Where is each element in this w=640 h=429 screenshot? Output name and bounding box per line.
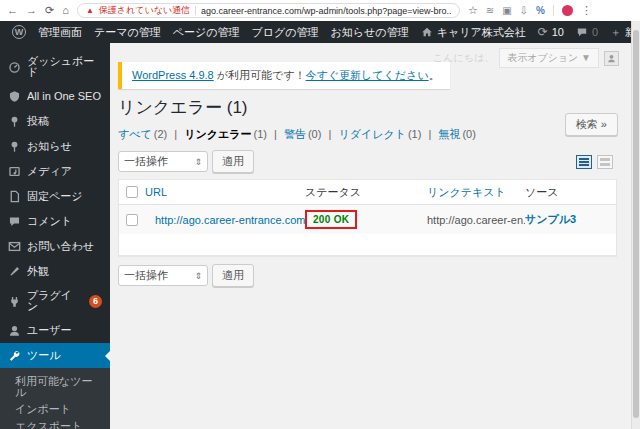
updates-icon: ⟳ [538, 26, 548, 38]
user-icon [8, 324, 21, 337]
screen-options-button[interactable]: 表示オプション ▼ [499, 48, 599, 68]
column-header-link-text[interactable]: リンクテキスト [427, 185, 525, 200]
security-warning-text: 保護されていない通信 [99, 4, 190, 17]
admin-bar-site-link[interactable]: キャリア株式会社 [415, 25, 532, 40]
pushpin-icon [8, 115, 21, 128]
toolbar-divider [553, 5, 554, 16]
excerpt-view-icon[interactable] [597, 155, 613, 169]
table-empty-space [119, 234, 616, 255]
scrollbar-thumb[interactable] [633, 30, 639, 418]
bulk-action-select-bottom[interactable]: 一括操作 ⇕ [118, 265, 208, 286]
comments-icon [576, 26, 588, 38]
admin-bar-item-dashboard[interactable]: 管理画面 [32, 25, 88, 40]
plus-icon: ＋ [610, 25, 621, 40]
admin-bar-item-themes[interactable]: テーマの管理 [88, 25, 167, 40]
sidebar-item-pages[interactable]: 固定ページ [0, 184, 110, 209]
sidebar-item-posts[interactable]: 投稿 [0, 109, 110, 134]
sidebar-item-contact[interactable]: お問い合わせ [0, 234, 110, 259]
browser-home-icon[interactable]: ⌂ [62, 5, 69, 16]
sidebar-label: 投稿 [27, 116, 49, 127]
submenu-item-available-tools[interactable]: 利用可能なツール [0, 373, 110, 401]
extension-badge-icon[interactable] [562, 5, 573, 16]
active-menu-arrow [100, 351, 110, 361]
download-extension-icon[interactable]: ⇩ [520, 6, 528, 16]
sidebar-item-media[interactable]: メディア [0, 159, 110, 184]
wordpress-logo-icon[interactable]: W [6, 25, 32, 39]
extension-1-icon[interactable]: ≋ [486, 6, 494, 16]
browser-menu-icon[interactable]: ⋮ [581, 5, 592, 16]
filter-link-errors[interactable]: リンクエラー(1) [184, 128, 267, 140]
column-header-url[interactable]: URL [145, 186, 305, 198]
table-header-row: URL ステータス リンクテキスト ソース [119, 180, 616, 205]
link-extension-icon[interactable]: % [536, 6, 545, 16]
home-icon [421, 26, 433, 38]
sidebar-label: All in One SEO [27, 91, 101, 102]
sidebar-item-appearance[interactable]: 外観 [0, 259, 110, 284]
browser-reload-icon[interactable]: ⟳ [45, 5, 54, 16]
security-warning-icon[interactable]: ▲ [86, 7, 94, 15]
select-all-checkbox[interactable] [126, 186, 138, 198]
dashboard-gauge-icon [8, 61, 21, 74]
filter-separator: | [428, 128, 431, 140]
admin-bar-comments[interactable]: 0 [570, 26, 604, 38]
update-now-link[interactable]: 今すぐ更新してください [306, 69, 429, 81]
url-divider [195, 6, 196, 15]
page-title: リンクエラー (1) [118, 98, 617, 118]
row-url-link[interactable]: http://ago.career-entrance.com/20... [145, 214, 305, 226]
comment-bubble-icon [8, 215, 21, 228]
extension-2-icon[interactable]: ▣ [502, 6, 511, 16]
wp-admin-bar: W 管理画面 テーマの管理 ページの管理 ブログの管理 お知らせの管理 キャリア… [0, 21, 640, 43]
table-row: http://ago.career-entrance.com/20... 200… [119, 205, 616, 234]
sidebar-label: ツール [27, 350, 61, 361]
apply-button-bottom[interactable]: 適用 [212, 264, 254, 287]
sidebar-item-plugins[interactable]: プラグイン 6 [0, 284, 110, 318]
select-arrows-icon: ⇕ [194, 271, 202, 281]
admin-sidebar: ダッシュボード All in One SEO 投稿 お知らせ メディア 固定ペー… [0, 43, 110, 429]
bulk-action-select[interactable]: 一括操作 ⇕ [118, 151, 208, 172]
admin-bar-updates[interactable]: ⟳ 10 [532, 26, 570, 38]
filter-separator: | [174, 128, 177, 140]
sidebar-label: プラグイン [27, 290, 78, 312]
row-checkbox[interactable] [126, 214, 138, 226]
sidebar-item-all-in-one-seo[interactable]: All in One SEO [0, 84, 110, 109]
list-view-icon[interactable] [576, 155, 592, 169]
sidebar-item-tools[interactable]: ツール [0, 343, 110, 368]
sidebar-label: コメント [27, 216, 72, 227]
submenu-item-export[interactable]: エクスポート [0, 418, 110, 429]
row-link-text: http://ago.career-en... [427, 214, 525, 226]
sidebar-item-comments[interactable]: コメント [0, 209, 110, 234]
sidebar-item-users[interactable]: ユーザー [0, 318, 110, 343]
shield-icon [8, 90, 21, 103]
apply-button[interactable]: 適用 [212, 150, 254, 173]
wordpress-version-link[interactable]: WordPress 4.9.8 [132, 69, 214, 81]
wrench-icon [8, 349, 21, 362]
column-header-status: ステータス [305, 185, 427, 200]
admin-bar-item-pages[interactable]: ページの管理 [167, 25, 246, 40]
sidebar-item-dashboard[interactable]: ダッシュボード [0, 50, 110, 84]
filter-all[interactable]: すべて(2) [118, 128, 167, 140]
sidebar-label: メディア [27, 166, 72, 177]
bookmark-star-icon[interactable]: ☆ [468, 5, 478, 16]
pushpin-icon [8, 140, 21, 153]
user-avatar[interactable] [604, 51, 619, 66]
row-source-link[interactable]: サンプル3 [525, 212, 616, 227]
sidebar-label: 外観 [27, 266, 49, 277]
browser-back-icon[interactable]: ← [7, 5, 18, 16]
plugin-icon [8, 295, 21, 308]
filter-warnings[interactable]: 警告(0) [284, 128, 321, 140]
browser-forward-icon[interactable]: → [26, 5, 37, 16]
howdy-greeting: こんにちは、 [433, 51, 494, 65]
sidebar-item-news[interactable]: お知らせ [0, 134, 110, 159]
admin-bar-item-blog[interactable]: ブログの管理 [246, 25, 325, 40]
search-button[interactable]: 検索 » [565, 113, 618, 136]
address-bar[interactable]: ▲ 保護されていない通信 ago.career-entrance.com/wp-… [77, 3, 460, 18]
admin-bar-item-news[interactable]: お知らせの管理 [325, 25, 415, 40]
tools-submenu: 利用可能なツール インポート エクスポート SEO データインポート リンクエラ… [0, 368, 110, 429]
submenu-item-import[interactable]: インポート [0, 401, 110, 418]
page-url: ago.career-entrance.com/wp-admin/tools.p… [201, 6, 451, 16]
mail-icon [8, 240, 21, 253]
link-errors-table: URL ステータス リンクテキスト ソース http://ago.career-… [118, 179, 617, 256]
filter-redirects[interactable]: リダイレクト(1) [338, 128, 421, 140]
extensions-area: ≋ ▣ ⇩ % ⋮ [486, 5, 592, 16]
filter-ignored[interactable]: 無視(0) [438, 128, 475, 140]
